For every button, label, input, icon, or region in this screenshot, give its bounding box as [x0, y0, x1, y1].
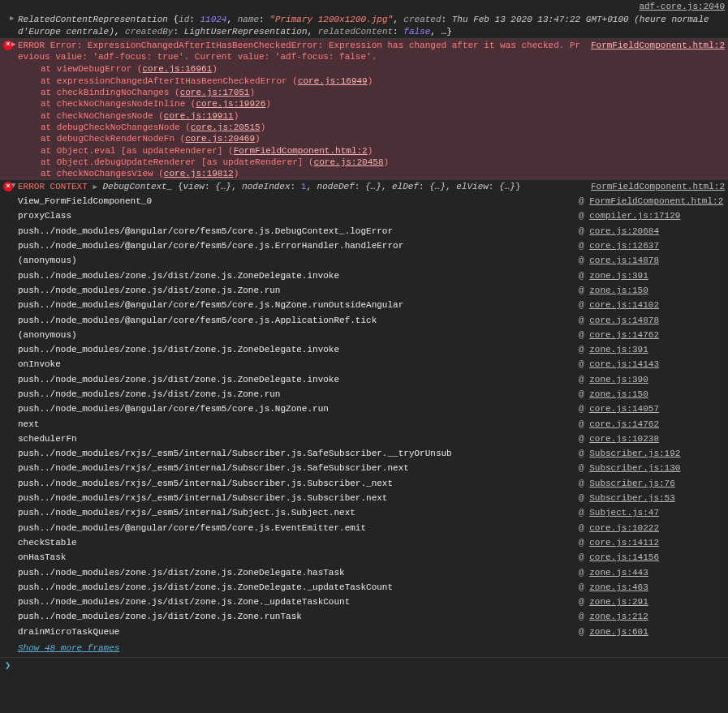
- stack-frame-row: push../node_modules/zone.js/dist/zone.js…: [0, 283, 728, 298]
- console-prompt[interactable]: ❯: [0, 657, 728, 676]
- frame-source: @ core.js:14102: [579, 299, 725, 311]
- frame-function: push../node_modules/@angular/core/fesm5/…: [18, 240, 579, 251]
- expand-arrow-icon[interactable]: [10, 15, 14, 24]
- source-link[interactable]: zone.js:150: [589, 389, 648, 399]
- source-link[interactable]: core.js:14762: [589, 330, 659, 340]
- stack-frame-row: View_FormFieldComponent_0 @ FormFieldCom…: [0, 194, 728, 208]
- source-link[interactable]: core.js:14156: [589, 552, 659, 562]
- source-link[interactable]: zone.js:463: [589, 582, 648, 592]
- frame-function: push../node_modules/@angular/core/fesm5/…: [18, 315, 579, 326]
- stack-frame-row: push../node_modules/zone.js/dist/zone.js…: [0, 595, 728, 609]
- source-link[interactable]: zone.js:391: [589, 271, 648, 281]
- source-link[interactable]: core.js:20469: [185, 134, 255, 144]
- log-source-row: adf-core.js:2040: [0, 0, 728, 13]
- source-link[interactable]: FormFieldComponent.html:2: [589, 196, 723, 206]
- source-link[interactable]: Subject.js:47: [589, 508, 659, 518]
- frame-source: @ core.js:14762: [579, 329, 725, 341]
- frame-function: push../node_modules/rxjs/_esm5/internal/…: [18, 462, 579, 474]
- frame-source: @ core.js:10222: [579, 522, 725, 534]
- frame-function: Object.debugUpdateRenderer [as updateRen…: [57, 157, 304, 167]
- frame-function: onHasTask: [18, 552, 579, 563]
- show-more-frames-link[interactable]: Show 48 more frames: [0, 639, 728, 657]
- frame-source: @ core.js:20684: [579, 225, 725, 237]
- source-link[interactable]: core.js:19911: [164, 111, 234, 121]
- frame-function: push../node_modules/zone.js/dist/zone.js…: [18, 582, 579, 593]
- source-link[interactable]: Subscriber.js:130: [589, 463, 680, 473]
- source-link[interactable]: core.js:20515: [191, 122, 261, 132]
- source-link[interactable]: core.js:14878: [589, 256, 659, 265]
- source-link[interactable]: core.js:20458: [314, 157, 384, 167]
- source-link[interactable]: zone.js:390: [589, 375, 648, 384]
- stack-frame: at expressionChangedAfterItHasBeenChecke…: [0, 75, 728, 87]
- frame-function: onInvoke: [18, 359, 579, 370]
- source-link[interactable]: core.js:10238: [589, 434, 659, 444]
- stack-frame-row: push../node_modules/rxjs/_esm5/internal/…: [0, 461, 728, 475]
- source-link[interactable]: core.js:14762: [589, 419, 659, 429]
- stack-frame-row: push../node_modules/zone.js/dist/zone.js…: [0, 372, 728, 387]
- frame-source: @ core.js:14143: [579, 359, 725, 370]
- log-object-row: RelatedContentRepresentation {id: 11024,…: [0, 13, 728, 38]
- frame-function: push../node_modules/@angular/core/fesm5/…: [18, 403, 579, 414]
- source-link[interactable]: core.js:19926: [196, 99, 265, 109]
- source-link[interactable]: core.js:14878: [589, 316, 659, 325]
- source-link[interactable]: FormFieldComponent.html:2: [591, 41, 725, 50]
- source-link[interactable]: Subscriber.js:192: [589, 449, 680, 458]
- source-link[interactable]: core.js:14143: [589, 359, 659, 369]
- frame-source: @ compiler.js:17129: [579, 210, 725, 221]
- frame-source: @ core.js:14112: [579, 537, 725, 548]
- source-link[interactable]: zone.js:601: [589, 627, 648, 637]
- stack-frame-row: drainMicroTaskQueue@ zone.js:601: [0, 625, 728, 639]
- frame-function: push../node_modules/zone.js/dist/zone.js…: [18, 389, 579, 400]
- frame-function: push../node_modules/@angular/core/fesm5/…: [18, 299, 579, 311]
- stack-frame: at Object.debugUpdateRenderer [as update…: [0, 157, 728, 168]
- expand-arrow-icon[interactable]: [11, 41, 15, 50]
- source-link[interactable]: core.js:19812: [164, 169, 234, 178]
- source-link[interactable]: core.js:14102: [589, 300, 659, 310]
- stack-frame-row: onInvoke@ core.js:14143: [0, 357, 728, 372]
- source-link[interactable]: Subscriber.js:76: [589, 479, 675, 488]
- source-link[interactable]: core.js:17051: [180, 88, 250, 97]
- error-stack: at viewDebugError (core.js:16961) at exp…: [0, 63, 728, 179]
- stack-frame: at checkBindingNoChanges (core.js:17051): [0, 87, 728, 98]
- stack-frame: at debugCheckNoChangesNode (core.js:2051…: [0, 122, 728, 133]
- source-link[interactable]: core.js:14112: [589, 538, 659, 548]
- context-preview[interactable]: ERROR CONTEXT DebugContext_ {view: {…}, …: [18, 181, 591, 193]
- stack-frame-row: push../node_modules/rxjs/_esm5/internal/…: [0, 446, 728, 461]
- source-link[interactable]: zone.js:291: [589, 597, 648, 607]
- source-link[interactable]: zone.js:443: [589, 568, 648, 578]
- expand-arrow-icon[interactable]: [11, 182, 15, 191]
- expand-arrow-icon[interactable]: [93, 183, 97, 191]
- source-link[interactable]: zone.js:150: [589, 286, 648, 295]
- stack-frame-row: push../node_modules/@angular/core/fesm5/…: [0, 313, 728, 328]
- source-link[interactable]: adf-core.js:2040: [639, 2, 725, 11]
- stack-frame-row: onHasTask@ core.js:14156: [0, 550, 728, 565]
- source-link[interactable]: core.js:10222: [589, 523, 659, 533]
- stack-frame-row: push../node_modules/rxjs/_esm5/internal/…: [0, 491, 728, 505]
- object-preview[interactable]: RelatedContentRepresentation {id: 11024,…: [18, 14, 725, 37]
- frame-function: checkBindingNoChanges: [57, 88, 170, 97]
- stack-frame-row: schedulerFn@ core.js:10238: [0, 432, 728, 446]
- frame-source: @ zone.js:150: [579, 285, 725, 296]
- frame-function: push../node_modules/zone.js/dist/zone.js…: [18, 567, 579, 578]
- source-link[interactable]: core.js:20684: [589, 226, 659, 236]
- source-link[interactable]: core.js:14057: [589, 404, 659, 414]
- source-link[interactable]: zone.js:212: [589, 612, 648, 621]
- source-link[interactable]: core.js:16949: [298, 76, 368, 86]
- source-link[interactable]: FormFieldComponent.html:2: [591, 182, 725, 191]
- frame-function: Object.eval [as updateRenderer]: [57, 146, 223, 156]
- frame-function: checkStable: [18, 537, 579, 548]
- stack-frame-row: push../node_modules/zone.js/dist/zone.js…: [0, 387, 728, 402]
- stack-frame-row: proxyClass@ compiler.js:17129: [0, 208, 728, 223]
- frame-function: push../node_modules/rxjs/_esm5/internal/…: [18, 478, 579, 489]
- source-link[interactable]: core.js:12637: [589, 241, 659, 251]
- stack-frame-row: push../node_modules/zone.js/dist/zone.js…: [0, 342, 728, 357]
- frame-function: checkNoChangesNode: [57, 111, 153, 121]
- source-link[interactable]: Subscriber.js:53: [589, 493, 675, 503]
- stack-frame: at Object.eval [as updateRenderer] (Form…: [0, 145, 728, 157]
- frame-function: push../node_modules/zone.js/dist/zone.js…: [18, 270, 579, 281]
- source-link[interactable]: core.js:16961: [142, 64, 212, 74]
- source-link[interactable]: compiler.js:17129: [589, 211, 680, 221]
- source-link[interactable]: zone.js:391: [589, 345, 648, 354]
- source-link[interactable]: FormFieldComponent.html:2: [234, 146, 368, 156]
- stack-frame-row: (anonymous)@ core.js:14762: [0, 328, 728, 342]
